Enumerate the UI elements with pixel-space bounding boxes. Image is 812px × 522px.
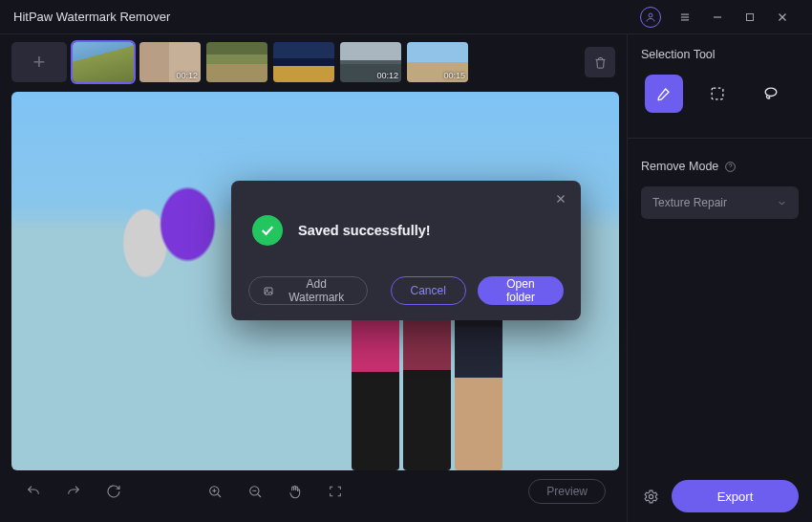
thumbnail-item[interactable] xyxy=(73,42,134,82)
remove-mode-title: Remove Mode xyxy=(641,160,799,173)
remove-mode-value: Texture Repair xyxy=(652,196,727,209)
marquee-tool[interactable] xyxy=(698,75,737,113)
redo-button[interactable] xyxy=(57,477,90,506)
app-title: HitPaw Watermark Remover xyxy=(13,10,170,24)
dialog-message: Saved successfully! xyxy=(298,223,431,238)
undo-button[interactable] xyxy=(17,477,50,506)
minimize-button[interactable] xyxy=(701,0,734,34)
brush-tool[interactable] xyxy=(645,75,683,113)
remove-mode-dropdown[interactable]: Texture Repair xyxy=(641,186,799,219)
add-media-button[interactable]: + xyxy=(11,42,67,82)
svg-point-0 xyxy=(649,13,652,17)
zoom-out-button[interactable] xyxy=(239,477,271,506)
titlebar: HitPaw Watermark Remover xyxy=(0,0,812,34)
selection-tool-title: Selection Tool xyxy=(641,48,799,61)
add-watermark-button[interactable]: Add Watermark xyxy=(248,276,368,305)
svg-point-19 xyxy=(649,494,652,498)
svg-line-9 xyxy=(218,494,221,497)
thumbnail-item[interactable]: 00:12 xyxy=(340,42,401,82)
export-row: Export xyxy=(641,480,799,512)
svg-rect-22 xyxy=(265,288,272,294)
maximize-button[interactable] xyxy=(734,0,766,34)
close-dialog-button[interactable] xyxy=(552,190,569,207)
settings-button[interactable] xyxy=(641,487,660,506)
zoom-in-button[interactable] xyxy=(199,477,231,506)
success-dialog: Saved successfully! Add Watermark Cancel… xyxy=(231,181,581,320)
divider xyxy=(628,138,812,139)
open-folder-button[interactable]: Open folder xyxy=(478,276,564,305)
menu-button[interactable] xyxy=(669,0,701,34)
preview-button[interactable]: Preview xyxy=(528,479,606,504)
export-button[interactable]: Export xyxy=(672,480,799,512)
remove-mode-label: Remove Mode xyxy=(641,160,718,173)
bottom-toolbar: Preview xyxy=(11,470,619,512)
svg-rect-15 xyxy=(712,88,723,99)
lasso-tool[interactable] xyxy=(752,75,790,113)
add-watermark-label: Add Watermark xyxy=(280,277,353,304)
cancel-button[interactable]: Cancel xyxy=(391,276,466,305)
thumbnail-strip: + 00:12 00:12 00:15 xyxy=(11,42,619,82)
thumbnail-item[interactable] xyxy=(206,42,267,82)
selection-tools xyxy=(641,75,799,113)
pan-button[interactable] xyxy=(279,477,311,506)
thumbnail-item[interactable]: 00:15 xyxy=(407,42,468,82)
reset-button[interactable] xyxy=(97,477,130,506)
thumbnail-item[interactable] xyxy=(273,42,334,82)
profile-button[interactable] xyxy=(640,7,661,28)
thumbnail-item[interactable]: 00:12 xyxy=(139,42,201,82)
svg-rect-5 xyxy=(747,13,754,20)
thumbnail-duration: 00:12 xyxy=(176,71,198,80)
right-panel: Selection Tool Remove Mode Texture Repai… xyxy=(627,34,812,522)
chevron-down-icon xyxy=(777,198,787,208)
image-plus-icon xyxy=(263,285,274,297)
thumbnail-duration: 00:15 xyxy=(443,71,465,80)
close-window-button[interactable] xyxy=(766,0,799,34)
svg-line-13 xyxy=(258,494,261,497)
thumbnail-duration: 00:12 xyxy=(376,71,398,80)
delete-button[interactable] xyxy=(585,47,615,77)
help-icon[interactable] xyxy=(724,161,737,173)
fit-screen-button[interactable] xyxy=(319,477,352,506)
svg-point-16 xyxy=(765,88,777,96)
success-check-icon xyxy=(252,215,283,246)
